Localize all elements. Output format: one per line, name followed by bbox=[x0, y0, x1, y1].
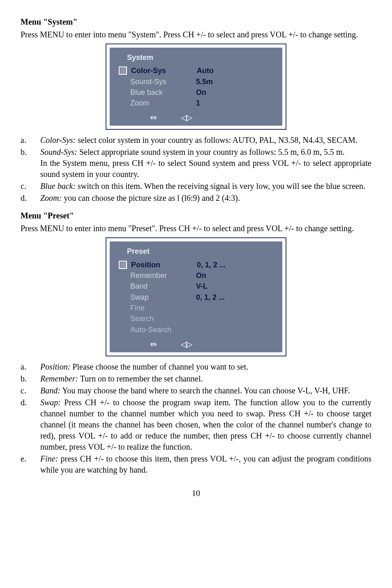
text: press CH +/- to choose this item, then p… bbox=[40, 454, 371, 474]
term: Fine: bbox=[40, 454, 58, 463]
list-item: a. Position: Please choose the number of… bbox=[21, 361, 371, 372]
arrow-updown-icon[interactable]: ⇔ bbox=[150, 112, 156, 123]
preset-menu-border: Preset Position 0, 1, 2 ... Remember On … bbox=[106, 237, 286, 356]
menu-label: Sound-Sys bbox=[130, 77, 196, 87]
menu-row-zoom[interactable]: Zoom 1 bbox=[119, 98, 275, 108]
list-item: a. Color-Sys: select color system in you… bbox=[21, 135, 371, 146]
list-marker: c. bbox=[21, 181, 40, 192]
intro-preset: Press MENU to enter into menu "Preset". … bbox=[21, 223, 371, 234]
menu-label: Blue back bbox=[130, 87, 196, 97]
menu-value: V-L bbox=[196, 281, 208, 291]
preset-menu-title: Preset bbox=[127, 246, 275, 256]
page-number: 10 bbox=[21, 488, 371, 499]
list-body: Sound-Sys: Select appropriate sound syst… bbox=[40, 147, 371, 180]
menu-value: Auto bbox=[197, 66, 214, 76]
list-item: d. Zoom: you can choose the picture size… bbox=[21, 193, 371, 204]
selection-indicator-icon bbox=[119, 261, 127, 269]
menu-label: Zoom bbox=[130, 98, 196, 108]
list-item: b. Sound-Sys: Select appropriate sound s… bbox=[21, 147, 371, 180]
menu-label: Swap bbox=[130, 292, 196, 302]
term: Color-Sys: bbox=[40, 136, 76, 145]
term: Zoom: bbox=[40, 193, 62, 202]
menu-row-sound-sys[interactable]: Sound-Sys 5.5m bbox=[119, 77, 275, 87]
list-marker: c. bbox=[21, 385, 40, 396]
text: Please choose the number of channel you … bbox=[70, 362, 248, 371]
list-body: Swap: Press CH +/- to choose the program… bbox=[40, 397, 371, 452]
list-marker: b. bbox=[21, 147, 40, 180]
list-marker: d. bbox=[21, 397, 40, 452]
menu-label: Remember bbox=[130, 271, 196, 280]
menu-row-search[interactable]: Search bbox=[119, 314, 275, 324]
menu-label: Color-Sys bbox=[131, 66, 197, 76]
text: Turn on to remember the set channel. bbox=[78, 374, 203, 383]
system-menu-border: System Color-Sys Auto Sound-Sys 5.5m Blu… bbox=[106, 44, 286, 130]
system-menu-title: System bbox=[127, 53, 275, 62]
intro-system: Press MENU to enter into menu "System". … bbox=[21, 29, 371, 40]
term: Position: bbox=[40, 362, 70, 371]
arrow-updown-icon[interactable]: ⇔ bbox=[150, 339, 156, 350]
menu-row-auto-search[interactable]: Auto-Search bbox=[119, 325, 275, 335]
term: Band: bbox=[40, 386, 60, 395]
arrow-leftright-icon[interactable]: ◁▷ bbox=[181, 339, 191, 350]
nav-arrows: ⇔ ◁▷ bbox=[150, 112, 275, 123]
list-body: Band: You may choose the band where to s… bbox=[40, 385, 371, 396]
list-body: Remember: Turn on to remember the set ch… bbox=[40, 373, 371, 384]
list-body: Blue back: switch on this item. When the… bbox=[40, 181, 371, 192]
list-marker: e. bbox=[21, 453, 40, 475]
list-marker: a. bbox=[21, 135, 40, 146]
menu-row-fine[interactable]: Fine bbox=[119, 303, 275, 313]
term: Remember: bbox=[40, 374, 78, 383]
text: you can choose the picture size as l (l6… bbox=[62, 193, 240, 202]
list-body: Color-Sys: select color system in your c… bbox=[40, 135, 371, 146]
list-item: c. Blue back: switch on this item. When … bbox=[21, 181, 371, 192]
list-item: c. Band: You may choose the band where t… bbox=[21, 385, 371, 396]
menu-value: 5.5m bbox=[196, 77, 213, 87]
list-item: b. Remember: Turn on to remember the set… bbox=[21, 373, 371, 384]
text: Press CH +/- to choose the program swap … bbox=[40, 398, 371, 451]
term: Sound-Sys: bbox=[40, 147, 77, 156]
list-body: Zoom: you can choose the picture size as… bbox=[40, 193, 371, 204]
menu-value: 1 bbox=[196, 98, 200, 108]
list-marker: a. bbox=[21, 361, 40, 372]
preset-menu-panel: Preset Position 0, 1, 2 ... Remember On … bbox=[110, 241, 282, 352]
menu-row-remember[interactable]: Remember On bbox=[119, 271, 275, 280]
preset-menu-figure: Preset Position 0, 1, 2 ... Remember On … bbox=[21, 237, 371, 356]
system-menu-panel: System Color-Sys Auto Sound-Sys 5.5m Blu… bbox=[110, 48, 282, 126]
arrow-leftright-icon[interactable]: ◁▷ bbox=[181, 112, 191, 123]
preset-definitions: a. Position: Please choose the number of… bbox=[21, 361, 371, 475]
menu-row-color-sys[interactable]: Color-Sys Auto bbox=[119, 66, 275, 76]
term: Blue back: bbox=[40, 181, 76, 191]
term: Swap: bbox=[40, 398, 61, 407]
heading-system: Menu "System" bbox=[21, 16, 371, 28]
list-item: e. Fine: press CH +/- to choose this ite… bbox=[21, 453, 371, 475]
menu-label: Search bbox=[130, 314, 196, 324]
menu-label: Band bbox=[130, 281, 196, 291]
list-marker: b. bbox=[21, 373, 40, 384]
system-menu-figure: System Color-Sys Auto Sound-Sys 5.5m Blu… bbox=[21, 44, 371, 130]
menu-row-swap[interactable]: Swap 0, 1, 2 ... bbox=[119, 292, 275, 302]
list-marker: d. bbox=[21, 193, 40, 204]
nav-arrows: ⇔ ◁▷ bbox=[150, 339, 275, 350]
menu-value: On bbox=[196, 271, 206, 280]
menu-row-position[interactable]: Position 0, 1, 2 ... bbox=[119, 260, 275, 270]
text: Select appropriate sound system in your … bbox=[77, 147, 344, 156]
list-body: Fine: press CH +/- to choose this item, … bbox=[40, 453, 371, 475]
menu-value: 0, 1, 2 ... bbox=[196, 292, 225, 302]
selection-indicator-icon bbox=[119, 67, 127, 75]
menu-row-band[interactable]: Band V-L bbox=[119, 281, 275, 291]
menu-label: Fine bbox=[130, 303, 196, 313]
menu-value: 0, 1, 2 ... bbox=[197, 260, 226, 270]
menu-label: Auto-Search bbox=[130, 325, 196, 335]
text: select color system in your country as f… bbox=[76, 136, 357, 145]
menu-label: Position bbox=[131, 260, 197, 270]
text: You may choose the band where to search … bbox=[60, 386, 350, 395]
menu-value: On bbox=[196, 87, 206, 97]
list-item: d. Swap: Press CH +/- to choose the prog… bbox=[21, 397, 371, 452]
list-body: Position: Please choose the number of ch… bbox=[40, 361, 371, 372]
system-definitions: a. Color-Sys: select color system in you… bbox=[21, 135, 371, 204]
list-subtext: In the System menu, press CH +/- to sele… bbox=[40, 158, 371, 180]
text: switch on this item. When the receiving … bbox=[76, 181, 365, 191]
heading-preset: Menu "Preset" bbox=[21, 210, 371, 221]
menu-row-blue-back[interactable]: Blue back On bbox=[119, 87, 275, 97]
